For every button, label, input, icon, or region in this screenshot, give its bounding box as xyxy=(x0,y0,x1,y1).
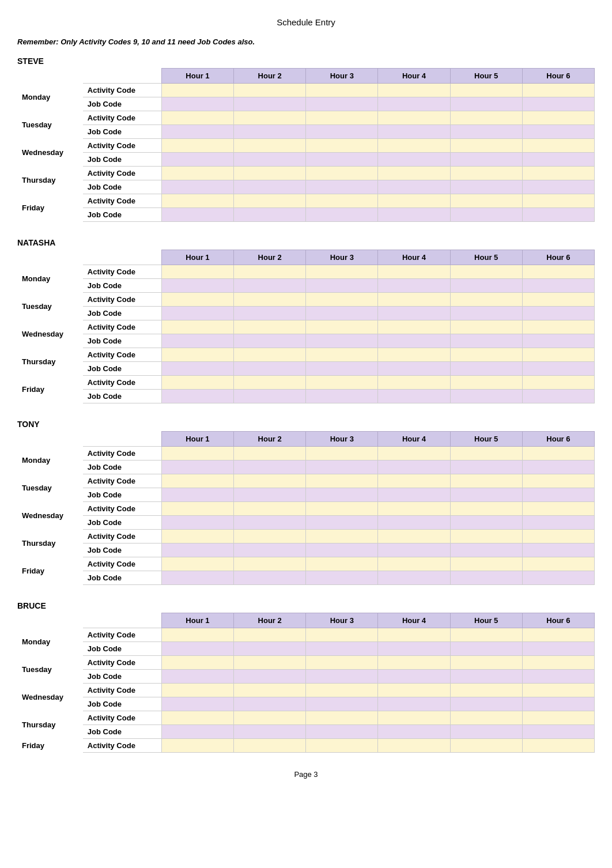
input-cell[interactable] xyxy=(450,502,522,516)
input-cell[interactable] xyxy=(450,153,522,167)
input-cell[interactable] xyxy=(306,265,378,279)
input-cell[interactable] xyxy=(234,670,306,684)
input-cell[interactable] xyxy=(234,194,306,208)
input-cell[interactable] xyxy=(522,544,594,557)
input-cell[interactable] xyxy=(378,628,450,642)
input-cell[interactable] xyxy=(450,139,522,153)
input-cell[interactable] xyxy=(161,711,233,725)
input-cell[interactable] xyxy=(522,279,594,293)
input-cell[interactable] xyxy=(378,670,450,684)
input-cell[interactable] xyxy=(522,362,594,376)
input-cell[interactable] xyxy=(378,642,450,656)
input-cell[interactable] xyxy=(234,362,306,376)
input-cell[interactable] xyxy=(234,656,306,670)
input-cell[interactable] xyxy=(450,684,522,697)
input-cell[interactable] xyxy=(161,642,233,656)
input-cell[interactable] xyxy=(306,656,378,670)
input-cell[interactable] xyxy=(522,739,594,753)
input-cell[interactable] xyxy=(378,739,450,753)
input-cell[interactable] xyxy=(306,739,378,753)
input-cell[interactable] xyxy=(522,139,594,153)
input-cell[interactable] xyxy=(450,739,522,753)
input-cell[interactable] xyxy=(161,334,233,348)
input-cell[interactable] xyxy=(161,390,233,403)
input-cell[interactable] xyxy=(161,265,233,279)
input-cell[interactable] xyxy=(306,194,378,208)
input-cell[interactable] xyxy=(522,307,594,320)
input-cell[interactable] xyxy=(378,502,450,516)
input-cell[interactable] xyxy=(306,530,378,544)
input-cell[interactable] xyxy=(161,544,233,557)
input-cell[interactable] xyxy=(161,307,233,320)
input-cell[interactable] xyxy=(450,390,522,403)
input-cell[interactable] xyxy=(522,461,594,474)
input-cell[interactable] xyxy=(161,656,233,670)
input-cell[interactable] xyxy=(234,125,306,139)
input-cell[interactable] xyxy=(234,293,306,307)
input-cell[interactable] xyxy=(161,530,233,544)
input-cell[interactable] xyxy=(161,571,233,585)
input-cell[interactable] xyxy=(306,153,378,167)
input-cell[interactable] xyxy=(378,544,450,557)
input-cell[interactable] xyxy=(450,111,522,125)
input-cell[interactable] xyxy=(450,447,522,461)
input-cell[interactable] xyxy=(450,516,522,530)
input-cell[interactable] xyxy=(161,194,233,208)
input-cell[interactable] xyxy=(522,557,594,571)
input-cell[interactable] xyxy=(161,684,233,697)
input-cell[interactable] xyxy=(234,84,306,97)
input-cell[interactable] xyxy=(234,516,306,530)
input-cell[interactable] xyxy=(450,656,522,670)
input-cell[interactable] xyxy=(161,474,233,488)
input-cell[interactable] xyxy=(522,293,594,307)
input-cell[interactable] xyxy=(450,279,522,293)
input-cell[interactable] xyxy=(161,139,233,153)
input-cell[interactable] xyxy=(378,293,450,307)
input-cell[interactable] xyxy=(450,180,522,194)
input-cell[interactable] xyxy=(161,628,233,642)
input-cell[interactable] xyxy=(522,571,594,585)
input-cell[interactable] xyxy=(522,111,594,125)
input-cell[interactable] xyxy=(522,670,594,684)
input-cell[interactable] xyxy=(522,684,594,697)
input-cell[interactable] xyxy=(306,208,378,222)
input-cell[interactable] xyxy=(450,334,522,348)
input-cell[interactable] xyxy=(450,697,522,711)
input-cell[interactable] xyxy=(161,208,233,222)
input-cell[interactable] xyxy=(234,711,306,725)
input-cell[interactable] xyxy=(522,642,594,656)
input-cell[interactable] xyxy=(234,265,306,279)
input-cell[interactable] xyxy=(522,320,594,334)
input-cell[interactable] xyxy=(306,697,378,711)
input-cell[interactable] xyxy=(161,293,233,307)
input-cell[interactable] xyxy=(378,725,450,739)
input-cell[interactable] xyxy=(234,739,306,753)
input-cell[interactable] xyxy=(234,180,306,194)
input-cell[interactable] xyxy=(234,167,306,180)
input-cell[interactable] xyxy=(161,279,233,293)
input-cell[interactable] xyxy=(378,711,450,725)
input-cell[interactable] xyxy=(306,488,378,502)
input-cell[interactable] xyxy=(378,180,450,194)
input-cell[interactable] xyxy=(522,167,594,180)
input-cell[interactable] xyxy=(161,153,233,167)
input-cell[interactable] xyxy=(522,334,594,348)
input-cell[interactable] xyxy=(522,84,594,97)
input-cell[interactable] xyxy=(306,461,378,474)
input-cell[interactable] xyxy=(306,320,378,334)
input-cell[interactable] xyxy=(306,670,378,684)
input-cell[interactable] xyxy=(234,571,306,585)
input-cell[interactable] xyxy=(161,557,233,571)
input-cell[interactable] xyxy=(234,725,306,739)
input-cell[interactable] xyxy=(522,530,594,544)
input-cell[interactable] xyxy=(522,697,594,711)
input-cell[interactable] xyxy=(306,571,378,585)
input-cell[interactable] xyxy=(306,139,378,153)
input-cell[interactable] xyxy=(161,725,233,739)
input-cell[interactable] xyxy=(522,376,594,390)
input-cell[interactable] xyxy=(378,139,450,153)
input-cell[interactable] xyxy=(522,488,594,502)
input-cell[interactable] xyxy=(522,628,594,642)
input-cell[interactable] xyxy=(522,180,594,194)
input-cell[interactable] xyxy=(378,697,450,711)
